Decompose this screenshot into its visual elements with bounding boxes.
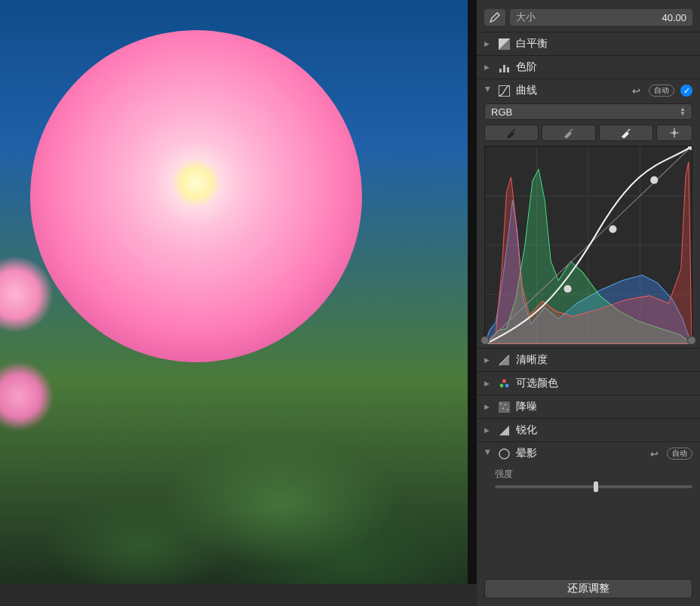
reset-icon[interactable]: ↩︎ [648,448,661,460]
brush-size-label: 大小 [516,11,536,24]
white-balance-icon [498,38,510,50]
brush-tool-button[interactable] [484,9,505,26]
svg-rect-22 [500,403,502,405]
svg-point-14 [564,285,572,293]
svg-point-18 [502,379,506,383]
curves-histogram[interactable] [484,146,692,340]
select-arrows-icon: ▲▼ [680,107,686,116]
section-definition[interactable]: ▶ 清晰度 [477,349,700,371]
svg-rect-23 [505,404,506,405]
section-title: 晕影 [516,447,642,460]
section-levels[interactable]: ▶ 色阶 [477,56,700,78]
sharpen-icon [498,424,510,436]
section-title: 清晰度 [516,353,692,367]
section-title: 降噪 [516,400,692,414]
disclosure-icon: ▶ [484,40,492,48]
section-vignette[interactable]: ▶ 晕影 ↩︎ 自动 [477,442,700,465]
add-point-button[interactable] [656,125,692,141]
auto-button[interactable]: 自动 [667,448,692,460]
brush-size-field[interactable]: 大小 40.00 [510,9,692,26]
canvas-bottom-bar [0,584,477,606]
selective-color-icon [498,377,510,389]
section-title: 色阶 [516,60,692,74]
section-selective-color[interactable]: ▶ 可选颜色 [477,372,700,395]
reset-adjustments-button[interactable]: 还原调整 [484,579,692,598]
eyedropper-black-button[interactable] [484,125,539,141]
section-noise-reduction[interactable]: ▶ 降噪 [477,395,700,418]
vignette-icon [498,448,510,460]
eyedropper-gray-button[interactable] [542,125,596,141]
curve-white-point-handle[interactable] [687,336,696,345]
noise-icon [498,401,510,413]
svg-point-26 [499,449,509,459]
brush-size-value: 40.00 [662,12,686,23]
eyedropper-white-button[interactable] [599,125,653,141]
svg-point-19 [499,383,503,387]
reset-adjustments-label: 还原调整 [567,582,609,595]
curve-black-point-handle[interactable] [480,336,490,345]
svg-rect-24 [502,408,504,409]
disclosure-icon: ▶ [484,87,492,94]
disclosure-icon: ▶ [484,380,492,387]
auto-button[interactable]: 自动 [649,85,674,97]
preview-image [0,0,468,584]
vignette-strength-slider[interactable] [495,485,692,488]
disclosure-icon: ▶ [484,63,492,71]
reset-icon[interactable]: ↩︎ [630,85,643,97]
enabled-checkmark-icon[interactable]: ✓ [680,85,692,97]
section-title: 曲线 [516,84,624,97]
section-white-balance[interactable]: ▶ 白平衡 [477,32,700,55]
svg-rect-1 [499,69,502,72]
section-title: 白平衡 [516,37,692,51]
disclosure-icon: ▶ [484,426,492,434]
image-canvas[interactable] [0,0,477,606]
svg-rect-25 [507,409,508,411]
section-curves[interactable]: ▶ 曲线 ↩︎ 自动 ✓ [477,79,700,102]
svg-point-15 [609,226,616,233]
vignette-strength-label: 强度 [495,468,692,481]
section-title: 锐化 [516,423,692,437]
curves-channel-select[interactable]: RGB ▲▼ [484,103,692,120]
adjustments-sidebar: 大小 40.00 ▶ 白平衡 ▶ 色阶 [477,0,700,606]
disclosure-icon: ▶ [484,403,492,411]
definition-icon [498,354,510,366]
svg-point-20 [505,383,508,387]
disclosure-icon: ▶ [484,356,492,364]
curves-icon [498,85,510,97]
section-sharpen[interactable]: ▶ 锐化 [477,419,700,441]
svg-rect-3 [507,67,509,72]
svg-point-16 [650,177,658,184]
levels-icon [498,61,510,73]
disclosure-icon: ▶ [484,450,492,457]
svg-rect-2 [503,65,505,72]
curves-channel-value: RGB [491,106,512,118]
section-title: 可选颜色 [516,377,692,390]
